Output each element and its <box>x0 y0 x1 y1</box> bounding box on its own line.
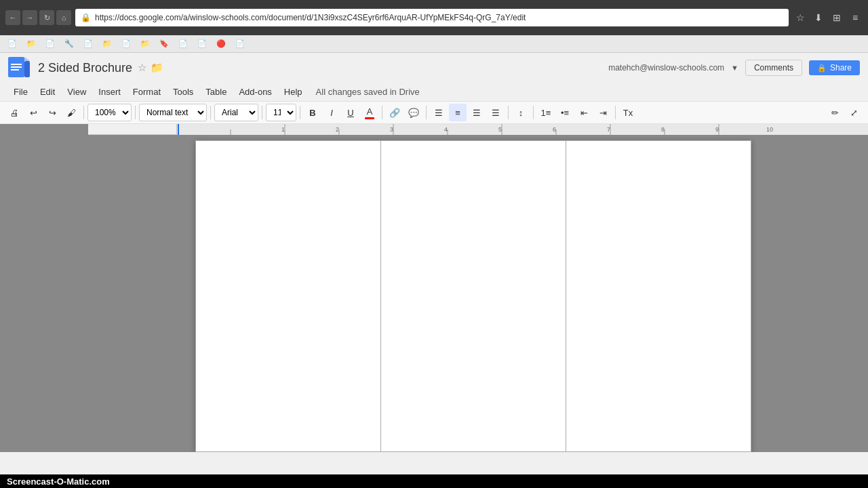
font-select[interactable]: Arial Times New Roman Courier New <box>214 104 258 121</box>
comments-button[interactable]: Comments <box>745 60 802 76</box>
download-icon[interactable]: ⬇ <box>811 10 826 25</box>
link-button[interactable]: 🔗 <box>386 104 403 121</box>
document-canvas[interactable] <box>88 135 858 452</box>
toolbar-divider <box>615 106 616 119</box>
toolbar-divider <box>135 106 136 119</box>
toolbar: 🖨 ↩ ↪ 🖌 100% 75% 125% 150% Normal text H… <box>0 102 868 124</box>
menu-bar: File Edit View Insert Format Tools Table… <box>0 83 868 102</box>
menu-edit[interactable]: Edit <box>35 84 60 100</box>
italic-button[interactable]: I <box>323 104 340 121</box>
address-bar-container[interactable]: 🔒 <box>75 9 789 26</box>
menu-format[interactable]: Format <box>127 84 166 100</box>
line-spacing-button[interactable]: ↕ <box>512 104 530 121</box>
redo-button[interactable]: ↪ <box>43 104 61 121</box>
back-button[interactable]: ← <box>5 10 20 25</box>
menu-tools[interactable]: Tools <box>167 84 199 100</box>
watermark-bar: Screencast-O-Matic.com <box>0 474 868 488</box>
reload-button[interactable]: ↻ <box>39 10 54 25</box>
toolbar-divider <box>382 106 382 119</box>
numbered-list-button[interactable]: 1≡ <box>537 104 555 121</box>
bookmark-item[interactable]: 📁 <box>137 38 153 49</box>
bookmark-item[interactable]: 📄 <box>42 38 58 49</box>
menu-help[interactable]: Help <box>279 84 308 100</box>
expand-button[interactable]: ⤢ <box>845 104 863 121</box>
edit-mode-button[interactable]: ✏ <box>826 104 844 121</box>
svg-rect-5 <box>11 69 19 70</box>
browser-nav-buttons[interactable]: ← → ↻ ⌂ <box>5 10 71 25</box>
bookmark-item[interactable]: 📁 <box>23 38 39 49</box>
underline-button[interactable]: U <box>342 104 359 121</box>
zoom-select[interactable]: 100% 75% 125% 150% <box>87 104 132 121</box>
svg-text:6: 6 <box>553 126 556 133</box>
menu-addons[interactable]: Add-ons <box>233 84 277 100</box>
svg-rect-4 <box>11 66 22 68</box>
bulleted-list-button[interactable]: •≡ <box>556 104 574 121</box>
bookmark-item[interactable]: 📄 <box>175 38 191 49</box>
increase-indent-button[interactable]: ⇥ <box>594 104 612 121</box>
bookmark-item[interactable]: 📁 <box>99 38 115 49</box>
toolbar-divider <box>508 106 509 119</box>
menu-file[interactable]: File <box>8 84 33 100</box>
column-2[interactable] <box>380 141 566 452</box>
star-icon[interactable]: ☆ <box>138 62 146 74</box>
column-1[interactable] <box>195 141 380 452</box>
secure-icon: 🔒 <box>81 13 91 22</box>
ruler: 1 2 3 4 5 6 7 8 9 10 <box>0 124 868 135</box>
document-title-bar: 2 Sided Brochure ☆ 📁 matehch@winslow-sch… <box>0 53 868 83</box>
bookmark-item[interactable]: 📄 <box>232 38 248 49</box>
bookmark-item[interactable]: 📄 <box>4 38 20 49</box>
right-scrollbar[interactable] <box>858 135 868 452</box>
bold-button[interactable]: B <box>304 104 321 121</box>
chrome-menu-icon[interactable]: ≡ <box>848 10 863 25</box>
user-email: matehch@winslow-schools.com <box>608 63 724 73</box>
svg-text:2: 2 <box>336 126 339 133</box>
extensions-icon[interactable]: ⊞ <box>829 10 844 25</box>
svg-text:3: 3 <box>390 126 393 133</box>
docs-logo <box>8 57 30 79</box>
user-dropdown-arrow[interactable]: ▼ <box>731 64 738 72</box>
paint-format-button[interactable]: 🖌 <box>62 104 80 121</box>
toolbar-divider <box>210 106 211 119</box>
print-button[interactable]: 🖨 <box>5 104 23 121</box>
bookmark-item[interactable]: 🔧 <box>61 38 77 49</box>
main-area <box>0 135 868 452</box>
toolbar-divider <box>83 106 84 119</box>
share-button[interactable]: 🔒 Share <box>809 60 860 75</box>
left-sidebar <box>0 135 88 452</box>
decrease-indent-button[interactable]: ⇤ <box>575 104 593 121</box>
bookmark-item[interactable]: 📄 <box>118 38 134 49</box>
brochure-table <box>195 140 751 452</box>
document-title[interactable]: 2 Sided Brochure <box>38 61 132 75</box>
font-size-select[interactable]: 11 8 10 12 14 <box>266 104 296 121</box>
folder-icon[interactable]: 📁 <box>151 62 163 74</box>
menu-view[interactable]: View <box>62 84 92 100</box>
browser-chrome: ← → ↻ ⌂ 🔒 ☆ ⬇ ⊞ ≡ 📄 📁 📄 🔧 📄 📁 📄 📁 🔖 📄 📄 … <box>0 0 868 53</box>
address-bar-input[interactable] <box>95 13 783 22</box>
svg-text:9: 9 <box>715 126 719 133</box>
bookmark-star-icon[interactable]: ☆ <box>793 10 808 25</box>
forward-button[interactable]: → <box>22 10 37 25</box>
align-justify-button[interactable]: ☰ <box>487 104 505 121</box>
browser-toolbar: ← → ↻ ⌂ 🔒 ☆ ⬇ ⊞ ≡ <box>0 0 868 35</box>
align-left-button[interactable]: ☰ <box>430 104 448 121</box>
bookmark-item[interactable]: 🔴 <box>213 38 229 49</box>
menu-table[interactable]: Table <box>200 84 232 100</box>
svg-rect-3 <box>11 64 22 65</box>
document-page[interactable] <box>195 140 751 452</box>
align-right-button[interactable]: ☰ <box>468 104 486 121</box>
svg-text:7: 7 <box>607 126 610 133</box>
column-3[interactable] <box>566 141 751 452</box>
clear-formatting-button[interactable]: Tx <box>619 104 637 121</box>
undo-button[interactable]: ↩ <box>24 104 42 121</box>
bookmark-item[interactable]: 📄 <box>194 38 210 49</box>
text-color-button[interactable]: A <box>361 104 378 121</box>
comment-button[interactable]: 💬 <box>405 104 422 121</box>
home-button[interactable]: ⌂ <box>56 10 71 25</box>
svg-text:10: 10 <box>766 126 773 133</box>
bookmark-item[interactable]: 🔖 <box>156 38 172 49</box>
align-center-button[interactable]: ≡ <box>449 104 467 121</box>
menu-insert[interactable]: Insert <box>93 84 126 100</box>
google-docs-app: 2 Sided Brochure ☆ 📁 matehch@winslow-sch… <box>0 53 868 452</box>
bookmark-item[interactable]: 📄 <box>80 38 96 49</box>
paragraph-style-select[interactable]: Normal text Heading 1 Heading 2 <box>139 104 207 121</box>
